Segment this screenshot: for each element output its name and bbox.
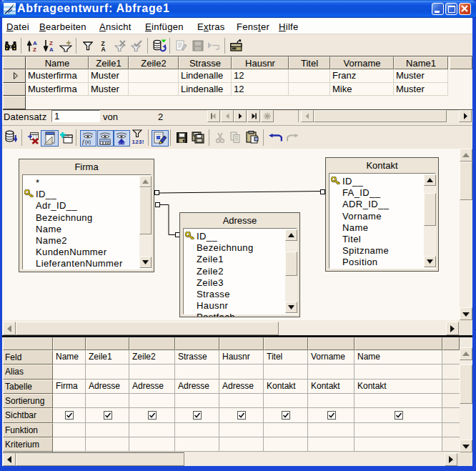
svg-text:Z: Z <box>49 40 53 46</box>
svg-text:123!: 123! <box>132 139 144 144</box>
svg-text:A: A <box>49 46 54 51</box>
svg-text:A: A <box>33 40 37 46</box>
svg-text:(x): (x) <box>85 139 91 145</box>
svg-text:A: A <box>101 46 106 51</box>
svg-text:Z: Z <box>33 46 36 51</box>
